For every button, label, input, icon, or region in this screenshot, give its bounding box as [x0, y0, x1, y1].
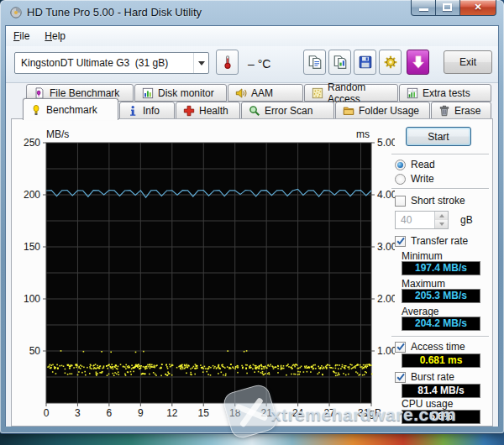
- svg-text:2.00: 2.00: [377, 293, 395, 305]
- drive-select-dropdown[interactable]: KingstonDT Ultimate G3 (31 gB): [14, 52, 209, 74]
- burst-rate-value: 81.4 MB/s: [402, 384, 480, 398]
- svg-text:4.00: 4.00: [377, 189, 395, 201]
- burst-rate-row: Burst rate: [395, 371, 454, 383]
- titlebar[interactable]: HD Tune Pro 5.00 - Hard Disk Utility ✕: [0, 0, 504, 25]
- short-stroke-row: Short stroke: [395, 195, 465, 207]
- menu-bar: File Help: [6, 26, 498, 46]
- copy-image-button[interactable]: [328, 50, 351, 75]
- tab-extra-tests[interactable]: Extra tests: [399, 84, 491, 102]
- svg-text:31gB: 31gB: [358, 407, 381, 419]
- svg-text:250: 250: [24, 137, 40, 149]
- access-time-checkbox[interactable]: [395, 342, 406, 353]
- benchmark-chart: MB/sms250200150100505.004.003.002.001.00…: [17, 128, 395, 423]
- short-stroke-checkbox[interactable]: [395, 196, 406, 207]
- tab-label: Info: [143, 105, 160, 117]
- spin-down-icon[interactable]: [435, 220, 448, 228]
- temperature-button[interactable]: [216, 50, 239, 75]
- svg-text:3: 3: [75, 407, 81, 419]
- speaker-icon: [235, 87, 247, 99]
- download-button[interactable]: [407, 50, 429, 75]
- tab-info[interactable]: Info: [119, 102, 175, 119]
- chevron-down-icon: [198, 61, 205, 65]
- tab-label: Folder Usage: [359, 105, 419, 117]
- save-screenshot-button[interactable]: [354, 50, 376, 75]
- hd-tune-window: HD Tune Pro 5.00 - Hard Disk Utility ✕ F…: [0, 0, 504, 433]
- write-radio-row: Write: [395, 173, 434, 185]
- close-button[interactable]: ✕: [459, 0, 496, 16]
- short-stroke-label: Short stroke: [411, 195, 465, 207]
- short-stroke-unit-label: gB: [460, 214, 473, 226]
- access-time-value: 0.681 ms: [402, 353, 480, 368]
- toolbar: KingstonDT Ultimate G3 (31 gB) – °C Exit: [6, 46, 498, 83]
- svg-text:9: 9: [138, 407, 144, 419]
- svg-text:5.00: 5.00: [377, 137, 395, 149]
- access-time-row: Access time: [395, 341, 465, 353]
- random-access-icon: [312, 87, 323, 99]
- file-benchmark-icon: [34, 87, 45, 99]
- svg-text:ms: ms: [356, 128, 370, 140]
- maximum-label: Maximum: [402, 278, 445, 290]
- maximize-icon: [443, 3, 452, 11]
- svg-text:18: 18: [229, 407, 241, 419]
- svg-text:6: 6: [107, 407, 113, 419]
- benchmark-bulb-icon: [30, 104, 42, 116]
- exit-button[interactable]: Exit: [444, 50, 492, 74]
- transfer-rate-checkbox[interactable]: [395, 236, 406, 247]
- separator: [391, 188, 489, 190]
- read-label: Read: [411, 159, 435, 170]
- tab-label: AAM: [251, 87, 273, 99]
- temperature-readout: – °C: [248, 57, 270, 71]
- tab-label: File Benchmark: [50, 87, 119, 99]
- caption-buttons: ✕: [411, 0, 496, 16]
- svg-text:12: 12: [166, 407, 178, 419]
- app-icon: [9, 6, 23, 19]
- average-value: 204.2 MB/s: [402, 317, 480, 331]
- write-radio[interactable]: [395, 174, 406, 185]
- short-stroke-size-input[interactable]: 40: [395, 211, 449, 229]
- minimum-value: 197.4 MB/s: [402, 261, 480, 275]
- svg-text:27: 27: [323, 407, 335, 419]
- read-radio[interactable]: [395, 160, 406, 170]
- tab-aam[interactable]: AAM: [228, 84, 303, 102]
- svg-text:200: 200: [24, 189, 40, 201]
- burst-rate-label: Burst rate: [411, 371, 454, 383]
- error-scan-icon: [249, 105, 260, 117]
- tab-random-access[interactable]: Random Access: [304, 84, 398, 102]
- tab-label: Error Scan: [265, 105, 312, 117]
- tab-label: Health: [199, 105, 228, 117]
- copy-text-button[interactable]: [303, 50, 326, 75]
- minimum-label: Minimum: [402, 250, 443, 262]
- svg-text:100: 100: [24, 293, 40, 305]
- burst-rate-checkbox[interactable]: [395, 372, 406, 383]
- minimize-button[interactable]: [411, 0, 436, 16]
- health-cross-icon: [183, 105, 195, 117]
- svg-text:3.00: 3.00: [377, 241, 395, 253]
- tab-disk-monitor[interactable]: Disk monitor: [134, 84, 227, 102]
- tab-folder-usage[interactable]: Folder Usage: [335, 102, 430, 119]
- maximize-button[interactable]: [436, 0, 459, 16]
- disk-monitor-icon: [142, 87, 154, 99]
- tab-label: Erase: [454, 105, 480, 117]
- tab-erase[interactable]: Erase: [431, 102, 491, 119]
- dropdown-arrow-zone[interactable]: [193, 53, 208, 73]
- transfer-rate-row: Transfer rate: [395, 235, 468, 247]
- access-time-label: Access time: [411, 341, 465, 353]
- spinner-buttons[interactable]: [434, 212, 448, 228]
- svg-text:24: 24: [292, 407, 304, 419]
- options-button[interactable]: [379, 50, 402, 75]
- thermometer-icon: [220, 55, 235, 70]
- svg-text:150: 150: [24, 241, 40, 253]
- start-button[interactable]: Start: [406, 127, 471, 146]
- tab-error-scan[interactable]: Error Scan: [241, 102, 334, 119]
- tab-benchmark[interactable]: Benchmark: [23, 98, 118, 120]
- tab-strip: File BenchmarkDisk monitorAAMRandom Acce…: [6, 83, 498, 119]
- spin-up-icon[interactable]: [435, 212, 448, 220]
- svg-text:21: 21: [260, 407, 272, 419]
- read-radio-row: Read: [395, 159, 435, 170]
- menu-file[interactable]: File: [6, 28, 37, 44]
- tab-health[interactable]: Health: [176, 102, 240, 119]
- maximum-value: 205.3 MB/s: [402, 289, 480, 303]
- copy-image-icon: [333, 55, 348, 70]
- cpu-usage-value: 5.6%: [402, 410, 480, 424]
- menu-help[interactable]: Help: [37, 28, 73, 44]
